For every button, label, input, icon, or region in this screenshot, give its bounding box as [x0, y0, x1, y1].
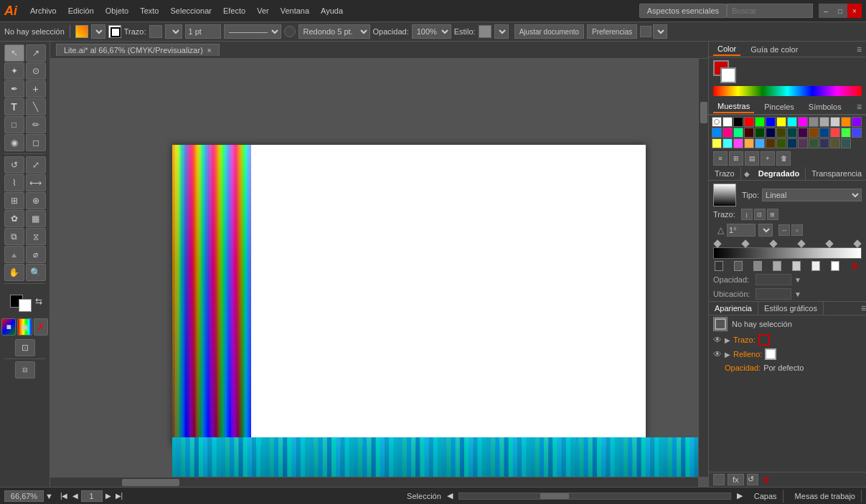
swatch-item[interactable] [809, 138, 819, 148]
gradient-angle-input[interactable] [727, 224, 756, 237]
grad-midpoint-5[interactable] [825, 239, 833, 247]
trazo-expand-icon[interactable]: ▶ [725, 336, 730, 344]
trazo-opt-1[interactable]: | [741, 209, 753, 220]
hscroll-thumb[interactable] [122, 479, 179, 486]
zoom-dropdown[interactable]: ▼ [45, 492, 53, 500]
swatch-item[interactable] [776, 128, 786, 138]
none-btn[interactable]: ✗ [34, 318, 48, 336]
lasso-tool[interactable]: ⊙ [26, 62, 46, 80]
pen-tool[interactable]: ✒ [4, 80, 24, 98]
canvas-scroll[interactable] [50, 59, 708, 487]
trazo-weight-select[interactable] [165, 24, 182, 39]
status-arrow-left[interactable]: ◀ [447, 491, 453, 500]
grad-midpoint-1[interactable] [713, 239, 721, 247]
menu-ventana[interactable]: Ventana [275, 4, 315, 18]
tab-transparencia[interactable]: Transparencia [806, 167, 866, 180]
vertical-scrollbar[interactable] [698, 59, 708, 477]
opacity-dropdown[interactable]: ▼ [794, 276, 801, 284]
swatch-item[interactable] [819, 138, 829, 148]
swatch-item[interactable] [798, 138, 808, 148]
trazo-swatch[interactable] [758, 334, 770, 346]
swatch-target[interactable] [712, 117, 722, 127]
swatch-show-kinds-btn[interactable]: ≡ [713, 151, 728, 166]
color-fill-btn[interactable]: ■ [1, 318, 16, 336]
nav-first-btn[interactable]: |◀ [59, 492, 70, 500]
direct-select-tool[interactable]: ↗ [26, 44, 46, 62]
screen-mode-btn[interactable]: ⊡ [15, 339, 35, 356]
canvas-tab-item[interactable]: Lite.ai* al 66,67% (CMYK/Previsualizar) … [56, 44, 220, 56]
maximize-button[interactable]: □ [833, 4, 847, 18]
grad-stop-3[interactable] [753, 261, 762, 271]
swatch-item[interactable] [852, 117, 862, 127]
menu-efecto[interactable]: Efecto [217, 4, 251, 18]
grad-stop-black[interactable] [715, 261, 723, 271]
status-hscroll[interactable] [458, 493, 731, 500]
magic-wand-tool[interactable]: ✦ [4, 62, 24, 80]
tab-pinceles[interactable]: Pinceles [760, 101, 799, 113]
trazo-preview[interactable] [149, 25, 162, 38]
line-tool[interactable]: ╲ [26, 98, 46, 115]
swatch-item[interactable] [798, 128, 808, 138]
swatch-item[interactable] [733, 138, 743, 148]
close-button[interactable]: × [847, 4, 862, 18]
close-tab-btn[interactable]: × [207, 47, 212, 54]
grid-view-btn[interactable] [640, 26, 651, 37]
menu-edicion[interactable]: Edición [62, 4, 100, 18]
width-tool[interactable]: ⟷ [26, 174, 46, 191]
blend-tool[interactable]: ⌀ [26, 246, 46, 263]
menu-ayuda[interactable]: Ayuda [315, 4, 349, 18]
tab-muestras[interactable]: Muestras [713, 100, 754, 113]
estilo-preview[interactable] [479, 25, 491, 38]
bg-color-swatch[interactable] [720, 67, 736, 83]
swatch-item[interactable] [712, 128, 722, 138]
swatch-item[interactable] [852, 128, 862, 138]
tab-capas[interactable]: Capas [748, 490, 783, 503]
gradient-preview-box[interactable] [713, 184, 736, 206]
appearance-opacidad-label[interactable]: Opacidad: [725, 363, 761, 372]
tab-color[interactable]: Color [713, 43, 740, 56]
search-input[interactable] [727, 4, 813, 18]
stroke-cap-btn[interactable] [284, 26, 296, 37]
fill-select[interactable] [91, 24, 105, 39]
swatch-item[interactable] [798, 117, 808, 127]
shape-builder-tool[interactable]: ⊕ [26, 192, 46, 209]
menu-texto[interactable]: Texto [134, 4, 164, 18]
swatch-item[interactable] [841, 117, 851, 127]
grad-stop-4[interactable] [773, 261, 781, 271]
appearance-delete-btn[interactable]: 🗑 [761, 474, 773, 485]
swatch-new-group-btn[interactable]: ▤ [745, 151, 759, 166]
estilo-select[interactable] [494, 24, 509, 39]
trazo-opt-2[interactable]: ⊡ [754, 209, 766, 220]
warp-tool[interactable]: ⌇ [4, 174, 24, 191]
swatch-item[interactable] [787, 128, 797, 138]
menu-archivo[interactable]: Archivo [24, 4, 62, 18]
swatch-item[interactable] [841, 128, 851, 138]
brush-select[interactable]: Redondo 5 pt. [298, 24, 370, 39]
swatch-item[interactable] [830, 138, 840, 148]
brush-tool[interactable]: ✏ [26, 116, 46, 133]
gradient-bar-canvas[interactable] [713, 247, 862, 259]
minimize-button[interactable]: – [819, 4, 833, 18]
swatch-new-btn[interactable]: + [761, 151, 775, 166]
swatch-item[interactable] [776, 138, 786, 148]
horizontal-scrollbar[interactable] [50, 477, 698, 487]
menu-seleccionar[interactable]: Seleccionar [164, 4, 217, 18]
swatch-item[interactable] [787, 138, 797, 148]
ubicacion-input[interactable] [756, 288, 791, 300]
grad-stop-2[interactable] [734, 261, 743, 271]
opacidad-select[interactable]: 100% [412, 24, 451, 39]
view-options-select[interactable] [653, 24, 667, 39]
swatch-libraries-btn[interactable]: ⊞ [729, 151, 743, 166]
gradient-reverse-btn[interactable]: ↔ [778, 224, 790, 236]
blob-brush-tool[interactable]: ◉ [4, 134, 24, 151]
swatch-delete-btn[interactable]: 🗑 [776, 151, 791, 166]
tab-guia-color[interactable]: Guía de color [746, 44, 802, 55]
slice-tool[interactable]: ⧖ [26, 228, 46, 245]
zoom-tool[interactable]: 🔍 [26, 264, 46, 281]
artboard-tool[interactable]: ⧉ [4, 228, 24, 245]
relleno-eye-icon[interactable]: 👁 [713, 349, 722, 359]
add-anchor-tool[interactable]: + [26, 80, 46, 98]
tab-degradado[interactable]: Degradado [753, 167, 806, 180]
scale-tool[interactable]: ⤢ [26, 156, 46, 173]
swatch-item[interactable] [723, 128, 733, 138]
